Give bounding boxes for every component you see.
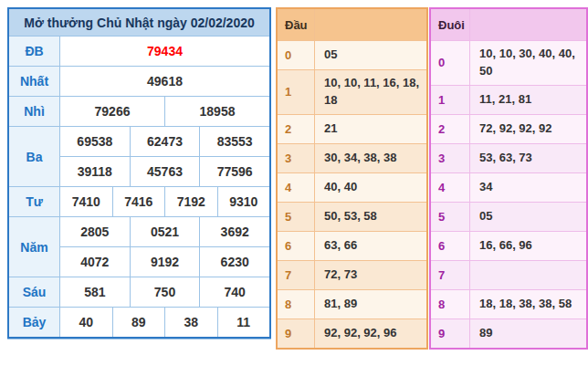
digit-cell: 4 bbox=[431, 173, 470, 202]
numbers-cell: 16, 66, 96 bbox=[470, 232, 586, 260]
numbers-cell: 40, 40 bbox=[315, 173, 426, 202]
prize-value: 49618 bbox=[60, 67, 269, 96]
digit-cell: 3 bbox=[278, 144, 315, 172]
dau-table-header: Đầu bbox=[278, 9, 426, 40]
prize-row-label: Bảy bbox=[9, 308, 60, 337]
duoi-table: Đuôi 0 10, 10, 30, 40, 40, 50 1 11, 21, … bbox=[429, 7, 588, 350]
duoi-header-spacer bbox=[470, 9, 586, 40]
digit-cell: 2 bbox=[278, 115, 315, 143]
numbers-cell: 72, 92, 92, 92 bbox=[470, 115, 586, 143]
digit-cell: 5 bbox=[431, 203, 470, 231]
dau-table-title: Đầu bbox=[278, 9, 315, 40]
prize-table: Mở thưởng Chủ Nhật ngày 02/02/2020 ĐB 79… bbox=[7, 7, 271, 339]
digit-cell: 1 bbox=[431, 86, 470, 114]
dau-row: 1 10, 10, 11, 16, 18, 18 bbox=[278, 69, 426, 114]
numbers-cell: 05 bbox=[315, 41, 426, 69]
prize-value: 0521 bbox=[130, 217, 200, 246]
prize-row-nhat: Nhất 49618 bbox=[9, 66, 269, 96]
prize-row-tu: Tư 7410 7416 7192 9310 bbox=[9, 186, 269, 216]
prize-value: 39118 bbox=[60, 157, 130, 186]
prize-row-nam: Năm 2805 0521 3692 4072 9192 6230 bbox=[9, 216, 269, 277]
dau-row: 7 72, 73 bbox=[278, 260, 426, 289]
numbers-cell: 11, 21, 81 bbox=[470, 86, 586, 114]
prize-table-title: Mở thưởng Chủ Nhật ngày 02/02/2020 bbox=[9, 9, 269, 36]
dau-row: 4 40, 40 bbox=[278, 172, 426, 202]
duoi-row: 4 34 bbox=[431, 172, 586, 202]
digit-cell: 7 bbox=[278, 261, 315, 289]
numbers-cell: 89 bbox=[470, 319, 586, 348]
prize-value: 83553 bbox=[199, 127, 269, 156]
digit-cell: 0 bbox=[278, 41, 315, 69]
special-prize-value: 79434 bbox=[60, 37, 269, 66]
prize-value: 18958 bbox=[164, 97, 269, 126]
dau-row: 9 92, 92, 92, 96 bbox=[278, 319, 426, 348]
prize-value: 45763 bbox=[130, 157, 200, 186]
prize-row-ba: Ba 69538 62473 83553 39118 45763 77596 bbox=[9, 126, 269, 186]
prize-value: 79266 bbox=[60, 97, 164, 126]
prize-row-label: Sáu bbox=[9, 277, 60, 307]
numbers-cell: 21 bbox=[315, 115, 426, 143]
prize-row-db: ĐB 79434 bbox=[9, 36, 269, 66]
digit-cell: 8 bbox=[278, 290, 315, 319]
numbers-cell: 30, 34, 38, 38 bbox=[315, 144, 426, 172]
dau-row: 5 50, 53, 58 bbox=[278, 202, 426, 231]
duoi-row: 0 10, 10, 30, 40, 40, 50 bbox=[431, 40, 586, 85]
numbers-cell: 10, 10, 11, 16, 18, 18 bbox=[315, 70, 426, 114]
duoi-table-title: Đuôi bbox=[431, 9, 470, 40]
digit-cell: 5 bbox=[278, 203, 315, 231]
duoi-row: 3 53, 63, 73 bbox=[431, 143, 586, 172]
prize-row-label: Nhì bbox=[9, 97, 60, 126]
dau-table: Đầu 0 05 1 10, 10, 11, 16, 18, 18 2 21 3… bbox=[276, 7, 428, 350]
numbers-cell: 53, 63, 73 bbox=[470, 144, 586, 172]
numbers-cell: 05 bbox=[470, 203, 586, 231]
duoi-row: 8 18, 18, 38, 38, 58 bbox=[431, 289, 586, 319]
prize-row-label: Nhất bbox=[9, 67, 60, 96]
prize-value: 4072 bbox=[60, 247, 130, 277]
digit-cell: 6 bbox=[278, 232, 315, 260]
duoi-row: 6 16, 66, 96 bbox=[431, 231, 586, 260]
prize-value: 7416 bbox=[112, 187, 165, 216]
digit-cell: 2 bbox=[431, 115, 470, 143]
prize-value: 740 bbox=[199, 277, 269, 307]
prize-value: 11 bbox=[217, 308, 270, 337]
digit-cell: 0 bbox=[431, 41, 470, 85]
dau-row: 2 21 bbox=[278, 114, 426, 143]
digit-cell: 4 bbox=[278, 173, 315, 202]
prize-value: 581 bbox=[60, 277, 130, 307]
prize-value: 3692 bbox=[199, 217, 269, 246]
dau-row: 8 81, 89 bbox=[278, 289, 426, 319]
digit-cell: 7 bbox=[431, 261, 470, 289]
prize-value: 750 bbox=[130, 277, 200, 307]
prize-value: 69538 bbox=[60, 127, 130, 156]
duoi-row: 5 05 bbox=[431, 202, 586, 231]
numbers-cell: 34 bbox=[470, 173, 586, 202]
prize-row-nhi: Nhì 79266 18958 bbox=[9, 96, 269, 126]
dau-row: 0 05 bbox=[278, 40, 426, 69]
numbers-cell: 50, 53, 58 bbox=[315, 203, 426, 231]
prize-row-sau: Sáu 581 750 740 bbox=[9, 277, 269, 307]
numbers-cell: 63, 66 bbox=[315, 232, 426, 260]
prize-value: 38 bbox=[164, 308, 217, 337]
prize-value: 77596 bbox=[199, 157, 269, 186]
numbers-cell: 92, 92, 92, 96 bbox=[315, 319, 426, 348]
prize-row-label: Năm bbox=[9, 217, 60, 277]
numbers-cell: 72, 73 bbox=[315, 261, 426, 289]
prize-value: 62473 bbox=[130, 127, 200, 156]
digit-cell: 6 bbox=[431, 232, 470, 260]
duoi-row: 7 bbox=[431, 260, 586, 289]
prize-row-label: Tư bbox=[9, 187, 60, 216]
prize-row-label: ĐB bbox=[9, 37, 60, 66]
digit-cell: 3 bbox=[431, 144, 470, 172]
prize-row-bay: Bảy 40 89 38 11 bbox=[9, 307, 269, 337]
dau-row: 6 63, 66 bbox=[278, 231, 426, 260]
numbers-cell: 10, 10, 30, 40, 40, 50 bbox=[470, 41, 586, 85]
dau-row: 3 30, 34, 38, 38 bbox=[278, 143, 426, 172]
dau-header-spacer bbox=[315, 9, 426, 40]
prize-value: 9192 bbox=[130, 247, 200, 277]
numbers-cell: 81, 89 bbox=[315, 290, 426, 319]
prize-value: 7410 bbox=[60, 187, 112, 216]
prize-value: 7192 bbox=[164, 187, 217, 216]
prize-value: 2805 bbox=[60, 217, 130, 246]
duoi-row: 1 11, 21, 81 bbox=[431, 85, 586, 114]
prize-value: 9310 bbox=[217, 187, 270, 216]
